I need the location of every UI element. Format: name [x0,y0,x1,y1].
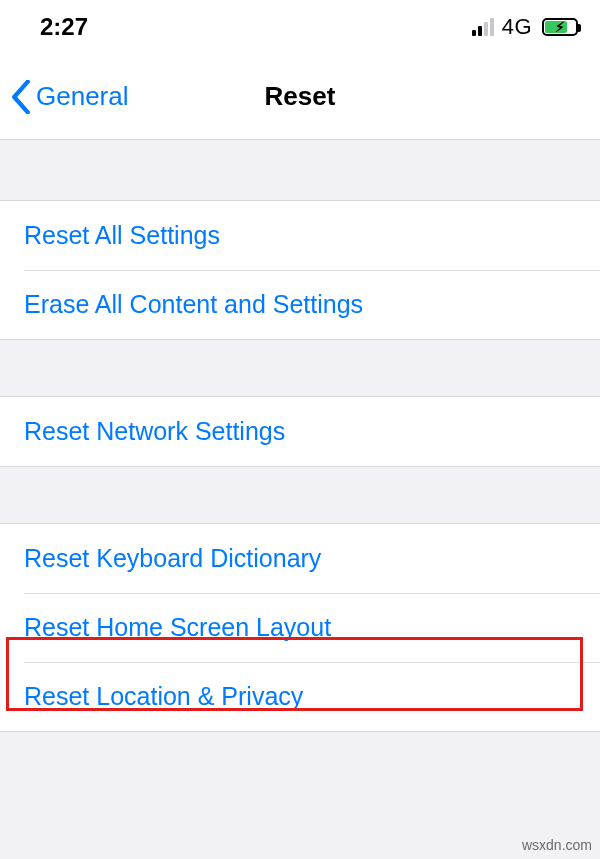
chevron-left-icon [10,80,32,114]
watermark-text: wsxdn.com [522,837,592,853]
status-time: 2:27 [40,13,88,41]
status-bar: 2:27 4G ⚡︎ [0,0,600,54]
row-label: Erase All Content and Settings [24,290,363,318]
navigation-bar: General Reset [0,54,600,140]
reset-home-layout-row[interactable]: Reset Home Screen Layout [0,593,600,662]
settings-group-1: Reset All Settings Erase All Content and… [0,200,600,340]
page-title: Reset [265,81,336,112]
row-label: Reset Location & Privacy [24,682,303,710]
row-label: Reset Keyboard Dictionary [24,544,321,572]
status-indicators: 4G ⚡︎ [472,14,578,40]
settings-group-3: Reset Keyboard Dictionary Reset Home Scr… [0,523,600,732]
row-label: Reset Home Screen Layout [24,613,331,641]
reset-keyboard-row[interactable]: Reset Keyboard Dictionary [0,524,600,593]
erase-all-content-row[interactable]: Erase All Content and Settings [0,270,600,339]
reset-network-row[interactable]: Reset Network Settings [0,397,600,466]
settings-group-2: Reset Network Settings [0,396,600,467]
reset-all-settings-row[interactable]: Reset All Settings [0,201,600,270]
battery-icon: ⚡︎ [542,18,578,36]
back-button[interactable]: General [0,80,129,114]
back-label: General [36,81,129,112]
row-label: Reset Network Settings [24,417,285,445]
reset-location-privacy-row[interactable]: Reset Location & Privacy [0,662,600,731]
network-type-label: 4G [502,14,532,40]
row-label: Reset All Settings [24,221,220,249]
cellular-signal-icon [472,18,494,36]
